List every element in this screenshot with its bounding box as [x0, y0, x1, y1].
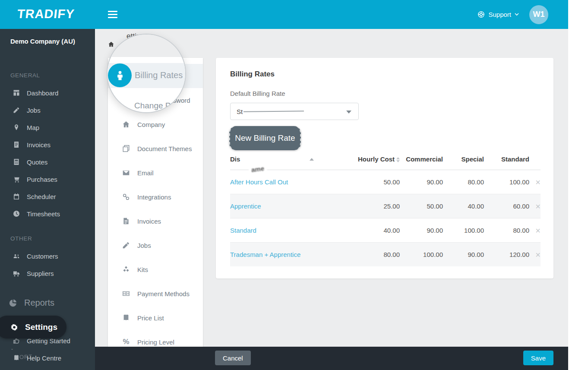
- sidebar-item-label: Map: [27, 124, 39, 131]
- home-icon: [122, 120, 130, 128]
- copy-icon: [122, 145, 130, 152]
- default-billing-rate-select[interactable]: St: [230, 103, 359, 120]
- sidebar-item-label: Purchases: [27, 176, 57, 183]
- settings-menu-item-label: Pricing Level: [137, 338, 174, 346]
- settings-menu-item-pricing-level[interactable]: %Pricing Level: [108, 330, 203, 347]
- settings-menu-item-price-list[interactable]: Price List: [108, 306, 203, 330]
- cancel-button[interactable]: Cancel: [215, 351, 251, 365]
- standard-value: 120.00: [484, 251, 529, 258]
- billing-rates-card: Billing Rates Default Billing Rate St Ne…: [216, 58, 553, 278]
- sidebar-item-timesheets[interactable]: Timesheets: [0, 205, 95, 222]
- column-header-standard[interactable]: Standard: [484, 155, 529, 163]
- sidebar-item-suppliers[interactable]: Suppliers: [0, 265, 95, 282]
- settings-menu-item-jobs[interactable]: Jobs: [108, 233, 203, 257]
- column-header-hourly-cost[interactable]: Hourly Cost: [316, 155, 400, 163]
- billing-rate-link[interactable]: Tradesman + Apprentice: [230, 251, 300, 258]
- sidebar-item-dashboard[interactable]: Dashboard: [0, 84, 95, 101]
- new-billing-rate-button[interactable]: New Billing Rate: [229, 126, 301, 150]
- sidebar-item-jobs[interactable]: Jobs: [0, 101, 95, 119]
- settings-menu-item-label: Integrations: [137, 193, 171, 201]
- map-pin-icon: [13, 124, 20, 131]
- sidebar-item-map[interactable]: Map: [0, 119, 95, 136]
- settings-menu-item-label: Company: [137, 121, 165, 128]
- settings-menu-item-kits[interactable]: Kits: [108, 257, 203, 281]
- sidebar-item-label: Customers: [27, 253, 58, 260]
- settings-menu-item-payment-methods[interactable]: Payment Methods: [108, 281, 203, 306]
- commercial-value: 100.00: [400, 251, 443, 258]
- sort-ascending-icon: [310, 158, 314, 161]
- column-header-commercial[interactable]: Commercial: [400, 155, 443, 163]
- table-row: Tradesman + Apprentice80.00100.0090.0012…: [230, 242, 541, 266]
- gear-icon: [10, 323, 18, 331]
- bottom-action-bar: Cancel Save: [95, 347, 568, 370]
- tradify-logo: TRADIFY: [16, 7, 75, 21]
- sort-icon: [396, 157, 400, 162]
- settings-menu-item-label: Document Themes: [137, 145, 192, 152]
- billing-rate-link[interactable]: Apprentice: [230, 202, 261, 210]
- sidebar-item-scheduler[interactable]: Scheduler: [0, 188, 95, 205]
- billing-rate-link[interactable]: Standard: [230, 227, 256, 234]
- caret-down-icon: [346, 111, 351, 114]
- table-row: After Hours Call Out50.0090.0080.00100.0…: [230, 170, 541, 194]
- sidebar-item-label: Invoices: [27, 141, 51, 149]
- table-row: Standard40.0090.00100.0080.00×: [230, 218, 541, 242]
- invoice-icon: [13, 141, 20, 148]
- company-name: Demo Company (AU): [0, 29, 95, 63]
- dashboard-icon: [13, 89, 20, 96]
- billing-rate-link[interactable]: After Hours Call Out: [230, 178, 288, 186]
- save-button[interactable]: Save: [523, 351, 553, 365]
- settings-menu-item-email[interactable]: Email: [108, 161, 203, 185]
- select-value-smear: [243, 111, 304, 112]
- default-billing-rate-label: Default Billing Rate: [230, 90, 285, 97]
- commercial-value: 90.00: [400, 227, 443, 234]
- settings-menu-item-document-themes[interactable]: Document Themes: [108, 136, 203, 161]
- envelope-icon: [122, 169, 130, 177]
- support-menu[interactable]: Support: [477, 11, 519, 18]
- delete-row-icon[interactable]: ×: [535, 177, 541, 187]
- sidebar-item-label: Timesheets: [27, 210, 60, 218]
- column-header-display-name[interactable]: Dis: [230, 155, 316, 163]
- sidebar-item-reports[interactable]: Reports: [9, 298, 54, 308]
- card-title: Billing Rates: [230, 70, 275, 79]
- link-icon: [122, 193, 130, 201]
- sidebar-item-purchases[interactable]: Purchases: [0, 171, 95, 188]
- select-value: St: [237, 108, 243, 115]
- sidebar-item-invoices[interactable]: Invoices: [0, 136, 95, 153]
- sidebar-item-settings[interactable]: Settings: [0, 316, 66, 338]
- special-value: 40.00: [443, 202, 484, 210]
- hamburger-icon[interactable]: [108, 11, 117, 20]
- standard-value: 60.00: [484, 202, 529, 210]
- special-value: 100.00: [443, 227, 484, 234]
- percent-icon: %: [122, 338, 130, 346]
- avatar[interactable]: W1: [529, 5, 548, 24]
- delete-row-icon[interactable]: ×: [535, 202, 541, 211]
- sidebar-item-customers[interactable]: Customers: [0, 247, 95, 265]
- truck-icon: [13, 270, 20, 277]
- home-icon[interactable]: [108, 41, 114, 47]
- sidebar-item-quotes[interactable]: Quotes: [0, 153, 95, 171]
- table-header-divider: [230, 170, 541, 170]
- settings-menu-item-label: Invoices: [137, 218, 161, 225]
- calculator-icon: [13, 158, 20, 165]
- column-header-special[interactable]: Special: [443, 155, 484, 163]
- book-icon: [13, 354, 20, 361]
- hourly-cost-value: 50.00: [316, 178, 400, 186]
- sidebar-nav: GENERALDashboardJobsMapInvoicesQuotesPur…: [0, 67, 95, 282]
- sidebar-item-help-centre[interactable]: Help Centre: [0, 351, 95, 365]
- sidebar-section-label: OTHER: [0, 230, 95, 247]
- settings-menu-item-integrations[interactable]: Integrations: [108, 185, 203, 209]
- settings-menu-item-invoices[interactable]: Invoices: [108, 209, 203, 233]
- calendar-icon: [13, 193, 20, 200]
- special-value: 80.00: [443, 178, 484, 186]
- table-header-row: DisHourly CostCommercialSpecialStandard: [230, 155, 541, 170]
- cubes-icon: [122, 266, 130, 273]
- clock-icon: [13, 210, 20, 217]
- sidebar-item-label: Scheduler: [27, 193, 56, 200]
- settings-menu-item-label: Email: [137, 169, 154, 177]
- settings-menu-item-company[interactable]: Company: [108, 112, 203, 136]
- delete-row-icon[interactable]: ×: [535, 226, 541, 235]
- lens-billing-rates-label: Billing Rates: [135, 70, 183, 80]
- sidebar-section-label: GENERAL: [0, 67, 95, 84]
- hourly-cost-value: 25.00: [316, 202, 400, 210]
- delete-row-icon[interactable]: ×: [535, 250, 541, 259]
